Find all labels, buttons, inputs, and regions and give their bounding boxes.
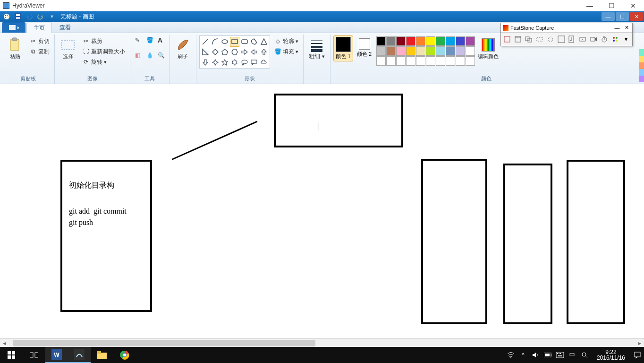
- qat-redo-button[interactable]: [36, 12, 45, 21]
- horizontal-scrollbar[interactable]: ◂ ▸: [0, 338, 644, 347]
- palette-swatch[interactable]: [426, 36, 435, 46]
- text-tool[interactable]: A: [156, 35, 166, 45]
- edit-colors-button[interactable]: 编辑颜色: [478, 35, 499, 59]
- palette-swatch[interactable]: [416, 36, 425, 46]
- fill-tool[interactable]: 🪣: [144, 35, 155, 45]
- tray-ime[interactable]: 中: [568, 351, 576, 359]
- shape-roundrect[interactable]: [240, 37, 249, 47]
- tray-battery-icon[interactable]: [544, 351, 551, 359]
- palette-swatch[interactable]: [466, 36, 475, 46]
- outer-minimize-button[interactable]: —: [579, 0, 601, 11]
- thickness-button[interactable]: 粗细 ▾: [306, 35, 327, 59]
- palette-swatch[interactable]: [436, 56, 445, 66]
- fs-capture-fullscreen[interactable]: [556, 34, 566, 44]
- fs-capture-object[interactable]: [524, 34, 534, 44]
- shape-arrow-up[interactable]: [259, 47, 269, 57]
- palette-swatch[interactable]: [396, 56, 406, 66]
- palette-swatch[interactable]: [386, 56, 396, 66]
- shape-6star[interactable]: [230, 57, 239, 67]
- rotate-button[interactable]: ⟳旋转 ▾: [80, 57, 127, 67]
- shape-hexagon[interactable]: [230, 47, 239, 57]
- tray-keyboard-icon[interactable]: [556, 351, 564, 359]
- taskbar-clock[interactable]: 9:22 2016/11/16: [593, 349, 629, 361]
- shape-callout-round[interactable]: [240, 57, 249, 67]
- taskbar-chrome[interactable]: [113, 347, 136, 363]
- paint-close-button[interactable]: ✕: [630, 12, 643, 21]
- pencil-tool[interactable]: ✎: [133, 35, 144, 45]
- qat-save-button[interactable]: [13, 12, 23, 21]
- palette-swatch[interactable]: [456, 46, 465, 56]
- shape-5star[interactable]: [220, 57, 229, 67]
- outer-close-button[interactable]: ✕: [622, 0, 644, 11]
- shape-arrow-down[interactable]: [201, 57, 210, 67]
- file-tab[interactable]: [2, 22, 25, 33]
- shape-rect[interactable]: [230, 37, 239, 47]
- scroll-left-button[interactable]: ◂: [0, 339, 8, 347]
- copy-button[interactable]: ⧉复制: [27, 47, 51, 56]
- palette-swatch[interactable]: [376, 36, 386, 46]
- shape-arrow-right[interactable]: [240, 47, 249, 57]
- fs-capture-active[interactable]: [502, 34, 512, 44]
- palette-swatch[interactable]: [426, 46, 435, 56]
- palette-swatch[interactable]: [416, 46, 425, 56]
- fs-capture-window[interactable]: [513, 34, 523, 44]
- shape-polygon[interactable]: [250, 37, 259, 47]
- paste-button[interactable]: 粘贴: [5, 35, 25, 59]
- brush-button[interactable]: 刷子: [172, 35, 193, 59]
- start-button[interactable]: [0, 347, 23, 363]
- palette-swatch[interactable]: [436, 46, 445, 56]
- select-button[interactable]: 选择: [58, 35, 78, 59]
- palette-swatch[interactable]: [416, 56, 425, 66]
- tab-view[interactable]: 查看: [53, 22, 77, 33]
- shape-callout-rect[interactable]: [250, 57, 259, 67]
- palette-swatch[interactable]: [396, 46, 406, 56]
- faststone-window[interactable]: FastStone Capture — ✕ ▾: [500, 23, 633, 46]
- palette-swatch[interactable]: [376, 56, 386, 66]
- palette-swatch[interactable]: [446, 56, 455, 66]
- tray-volume-icon[interactable]: [532, 351, 539, 359]
- palette-swatch[interactable]: [406, 56, 415, 66]
- shape-4star[interactable]: [211, 57, 220, 67]
- shape-arrow-left[interactable]: [250, 47, 259, 57]
- color1-button[interactable]: 颜色 1: [333, 35, 353, 61]
- paint-minimize-button[interactable]: —: [602, 12, 615, 21]
- shape-triangle[interactable]: [259, 37, 269, 47]
- palette-swatch[interactable]: [436, 36, 445, 46]
- palette-swatch[interactable]: [386, 46, 396, 56]
- tab-home[interactable]: 主页: [26, 23, 52, 33]
- shape-fill-button[interactable]: 🪣填充 ▾: [272, 47, 300, 56]
- eraser-tool[interactable]: ◧: [133, 51, 144, 60]
- palette-swatch[interactable]: [406, 46, 415, 56]
- tray-notifications-icon[interactable]: [634, 351, 641, 359]
- picker-tool[interactable]: 💧: [144, 51, 155, 60]
- tray-wifi-icon[interactable]: [507, 351, 515, 359]
- palette-swatch[interactable]: [386, 36, 396, 46]
- faststone-titlebar[interactable]: FastStone Capture — ✕: [501, 23, 632, 33]
- shape-curve[interactable]: [211, 37, 220, 47]
- palette-swatch[interactable]: [446, 46, 455, 56]
- palette-swatch[interactable]: [456, 36, 465, 46]
- fs-settings[interactable]: ▾: [621, 34, 631, 44]
- shape-diamond[interactable]: [211, 47, 220, 57]
- fs-output[interactable]: [610, 34, 620, 44]
- shape-cloud[interactable]: [259, 57, 269, 67]
- shape-outline-button[interactable]: ◇轮廓 ▾: [272, 36, 300, 46]
- taskbar-app2[interactable]: [68, 347, 91, 363]
- palette-swatch[interactable]: [406, 36, 415, 46]
- palette-swatch[interactable]: [396, 36, 406, 46]
- palette-swatch[interactable]: [426, 56, 435, 66]
- qat-undo-button[interactable]: [25, 12, 34, 21]
- fs-capture-freehand[interactable]: [545, 34, 555, 44]
- fs-record[interactable]: [589, 34, 599, 44]
- tray-up-icon[interactable]: ^: [519, 351, 527, 359]
- scroll-track[interactable]: [8, 339, 636, 347]
- faststone-close[interactable]: ✕: [623, 25, 630, 31]
- paint-app-icon[interactable]: [2, 12, 11, 21]
- shape-pentagon[interactable]: [220, 47, 229, 57]
- task-view-button[interactable]: [23, 347, 45, 363]
- shapes-gallery[interactable]: [199, 35, 270, 69]
- color2-button[interactable]: 颜色 2: [355, 35, 373, 59]
- fs-capture-fixed[interactable]: [578, 34, 588, 44]
- scroll-right-button[interactable]: ▸: [636, 339, 644, 347]
- outer-maximize-button[interactable]: ☐: [601, 0, 622, 11]
